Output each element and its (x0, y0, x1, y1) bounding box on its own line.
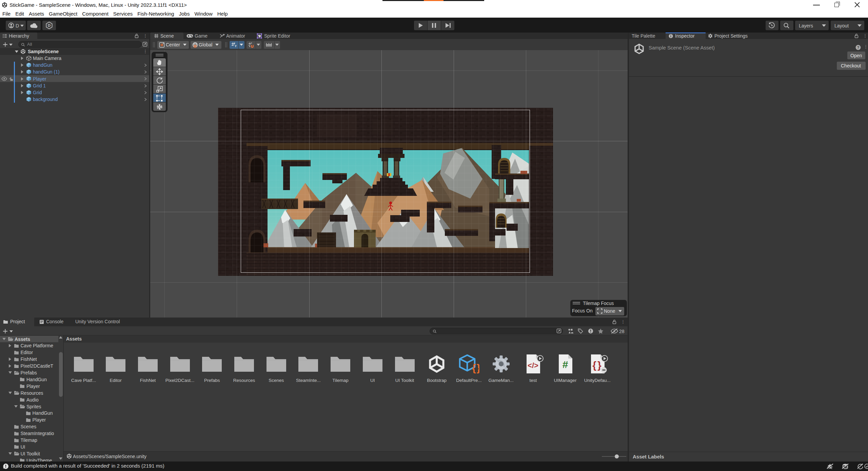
svg-text:?: ? (857, 45, 860, 49)
svg-text:{}: {} (592, 360, 602, 371)
svg-text:#: # (563, 359, 568, 370)
svg-text:D: D (48, 23, 51, 27)
svg-text:{}: {} (472, 362, 479, 373)
svg-text:</>: </> (528, 361, 538, 370)
svg-text:Y: Y (235, 44, 237, 48)
